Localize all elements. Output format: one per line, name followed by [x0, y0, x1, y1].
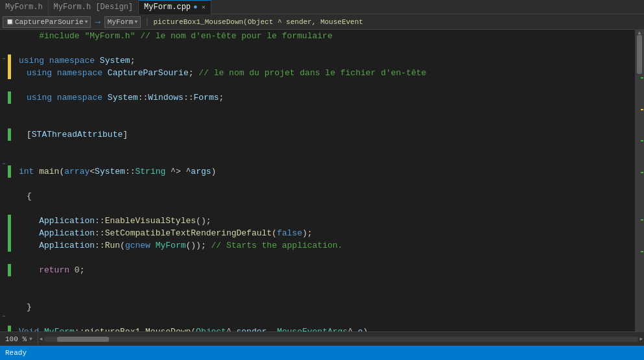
arrow-icon: → — [95, 17, 100, 27]
fold-minus-1[interactable]: − — [2, 56, 5, 62]
chevron-down-icon: ▼ — [85, 19, 88, 25]
tab-myformh-design[interactable]: MyForm.h [Design] — [49, 0, 139, 14]
scrollbar-indicator-green-5 — [641, 251, 643, 252]
bottom-bar: 100 % ▼ ◄ ► — [0, 331, 644, 346]
fold-minus-3[interactable]: − — [2, 313, 5, 320]
code-line-8 — [14, 116, 635, 128]
fold-minus-2[interactable]: − — [2, 161, 5, 167]
tab-myformcpp[interactable]: MyForm.cpp ● ✕ — [139, 0, 211, 14]
tab-myformcpp-label: MyForm.cpp — [144, 3, 191, 12]
modified-indicator: ● — [193, 3, 198, 11]
scrollbar-indicator-green-4 — [641, 219, 643, 221]
tab-close-button[interactable]: ✕ — [202, 3, 206, 11]
project-dropdown[interactable]: 🔲 CaptureParSourie ▼ — [3, 16, 91, 28]
code-line-14: { — [14, 190, 635, 202]
code-line-6: using namespace System :: Windows :: For… — [14, 91, 635, 104]
code-line-13 — [14, 178, 635, 190]
scroll-up-button[interactable]: ▲ — [635, 30, 644, 35]
horizontal-scrollbar-area[interactable]: ◄ ► — [38, 332, 644, 346]
scrollbar-indicator-green-3 — [641, 172, 643, 173]
code-line-16: Application :: EnableVisualStyles (); — [14, 215, 635, 227]
code-line-1: #include "MyForm.h" // le nom d'en-tête … — [14, 30, 635, 42]
code-line-11 — [14, 153, 635, 165]
tab-bar: MyForm.h MyForm.h [Design] MyForm.cpp ● … — [0, 0, 644, 14]
zoom-value: 100 % — [5, 335, 27, 343]
vertical-scrollbar[interactable]: ▲ — [635, 30, 644, 346]
code-line-21 — [14, 276, 635, 289]
code-line-7 — [14, 104, 635, 116]
code-line-19 — [14, 252, 635, 264]
scrollbar-indicator-yellow-1 — [641, 109, 643, 110]
project-name: CaptureParSourie — [15, 18, 84, 26]
method-label: pictureBox1_MouseDown(Object ^ sender, M… — [153, 18, 363, 26]
tab-myformh-label: MyForm.h — [5, 3, 43, 12]
gutter: − − − − — [0, 30, 8, 346]
code-line-3: using namespace System ; — [14, 54, 635, 67]
code-line-9: [ STAThreadAttribute ] — [14, 128, 635, 141]
code-line-18: Application :: Run ( gcnew MyForm ()); /… — [14, 239, 635, 252]
code-line-5 — [14, 79, 635, 91]
code-line-4: using namespace CaptureParSourie ; // le… — [14, 67, 635, 79]
code-line-10 — [14, 141, 635, 153]
class-dropdown[interactable]: MyForm ▼ — [104, 16, 141, 28]
scrollbar-indicator-green-2 — [641, 140, 643, 141]
status-ready: Ready — [5, 349, 27, 357]
toolbar: 🔲 CaptureParSourie ▼ → MyForm ▼ | pictur… — [0, 14, 644, 30]
tab-myformh[interactable]: MyForm.h — [0, 0, 49, 14]
scroll-left-button[interactable]: ◄ — [40, 336, 43, 342]
code-line-22 — [14, 289, 635, 301]
tab-myformh-design-label: MyForm.h [Design] — [54, 3, 133, 12]
code-line-23: } — [14, 301, 635, 313]
separator: | — [145, 18, 149, 27]
code-line-24 — [14, 313, 635, 326]
zoom-dropdown-icon[interactable]: ▼ — [29, 336, 32, 342]
scroll-right-button[interactable]: ► — [639, 336, 643, 342]
code-line-2 — [14, 42, 635, 54]
zoom-label: 100 % ▼ — [0, 332, 38, 346]
chevron-down-icon-2: ▼ — [134, 19, 137, 25]
project-icon: 🔲 — [6, 18, 14, 26]
scroll-thumb[interactable] — [637, 35, 642, 74]
code-line-12: int main ( array < System :: String ^> ^… — [14, 165, 635, 178]
h-scrollbar-track[interactable] — [44, 337, 639, 342]
code-line-15 — [14, 202, 635, 215]
status-bar: Ready — [0, 346, 644, 360]
code-line-17: Application :: SetCompatibleTextRenderin… — [14, 227, 635, 239]
scrollbar-indicator-green-1 — [641, 77, 643, 78]
class-name-label: MyForm — [108, 18, 134, 26]
h-scrollbar-thumb[interactable] — [57, 337, 109, 342]
code-line-20: return 0 ; — [14, 264, 635, 276]
editor-container: − − − − — [0, 30, 644, 346]
code-editor[interactable]: #include "MyForm.h" // le nom d'en-tête … — [11, 30, 635, 346]
